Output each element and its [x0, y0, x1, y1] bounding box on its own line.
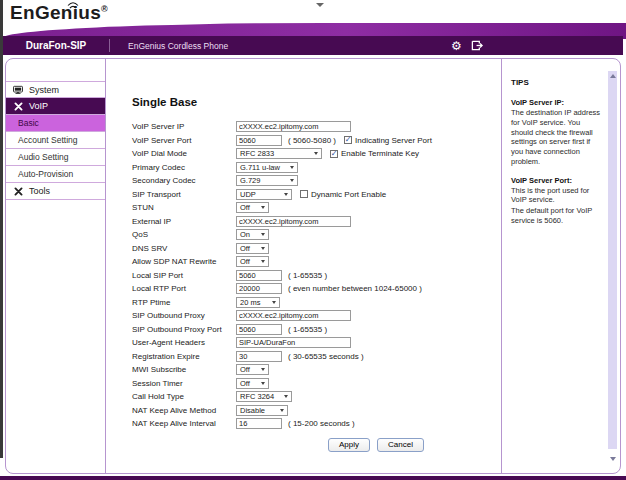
apply-button[interactable]: Apply [328, 438, 370, 452]
field-label: Primary Codec [132, 163, 236, 172]
page-title: Single Base [132, 96, 501, 108]
field-row-voip-server-port: VoIP Server Port( 5060-5080 )✓Indicating… [132, 134, 501, 148]
chevron-down-icon [261, 247, 265, 250]
logout-icon[interactable] [471, 40, 483, 51]
allow-sdp-nat-rewrite-select[interactable]: Off [236, 256, 269, 267]
tip-line: This is the port used for VoIP service. [511, 186, 604, 206]
chevron-down-icon [272, 301, 276, 304]
bottom-accent-bar [0, 476, 626, 480]
select-value: 20 ms [240, 298, 260, 307]
tip-line: The default port for VoIP service is 506… [511, 206, 604, 226]
select-value: RFC 3264 [240, 392, 274, 401]
select-value: Off [240, 257, 250, 266]
registered-mark: ® [101, 4, 108, 14]
sidebar-item-basic[interactable]: Basic [6, 115, 105, 132]
call-hold-type-select[interactable]: RFC 3264 [236, 391, 292, 402]
qos-select[interactable]: On [236, 229, 269, 240]
select-value: UDP [240, 190, 256, 199]
voip-dial-mode-select[interactable]: RFC 2833 [236, 148, 322, 159]
field-label: NAT Keep Alive Method [132, 406, 236, 415]
user-agent-headers-input[interactable] [236, 337, 351, 348]
sidebar-item-audio-setting[interactable]: Audio Setting [6, 149, 105, 166]
chevron-down-icon [261, 233, 265, 236]
content-frame: SystemVoIPBasicAccount SettingAudio Sett… [5, 58, 621, 474]
tip-line: The destination IP address for VoIP serv… [511, 108, 604, 167]
sip-transport-select[interactable]: UDP [236, 189, 292, 200]
field-row-user-agent-headers: User-Agent Headers [132, 336, 501, 350]
sidebar-item-label: Tools [29, 186, 50, 196]
collapse-chevron-icon[interactable] [316, 3, 324, 7]
primary-codec-select[interactable]: G.711 u-law [236, 162, 298, 173]
sidebar-item-account-setting[interactable]: Account Setting [6, 132, 105, 149]
field-row-mwi-subscribe: MWI SubscribeOff [132, 363, 501, 377]
external-ip-input[interactable] [236, 216, 351, 227]
registration-expire-input[interactable] [236, 351, 282, 362]
select-value: Off [240, 244, 250, 253]
chevron-down-icon [284, 395, 288, 398]
secondary-codec-select[interactable]: G.729 [236, 175, 298, 186]
rtp-ptime-select[interactable]: 20 ms [236, 297, 280, 308]
select-value: On [240, 230, 250, 239]
sidebar-item-label: Basic [18, 118, 39, 128]
checkbox-label: Dynamic Port Enable [311, 190, 386, 199]
field-label: Secondary Codec [132, 176, 236, 185]
sidebar-item-label: Account Setting [18, 135, 78, 145]
sidebar-item-label: Auto-Provision [18, 169, 73, 179]
field-row-qos: QoSOn [132, 228, 501, 242]
field-hint: ( 1-65535 ) [288, 271, 327, 280]
sidebar-item-auto-provision[interactable]: Auto-Provision [6, 166, 105, 183]
settings-form: VoIP Server IPVoIP Server Port( 5060-508… [132, 120, 501, 431]
main-panel: Single Base VoIP Server IPVoIP Server Po… [106, 59, 501, 473]
sip-outbound-proxy-input[interactable] [236, 310, 351, 321]
field-label: Session Timer [132, 379, 236, 388]
field-row-secondary-codec: Secondary CodecG.729 [132, 174, 501, 188]
field-row-dns-srv: DNS SRVOff [132, 242, 501, 256]
field-row-stun: STUNOff [132, 201, 501, 215]
form-buttons: Apply Cancel [328, 438, 501, 452]
field-hint: ( 5060-5080 ) [288, 136, 336, 145]
mwi-subscribe-select[interactable]: Off [236, 364, 269, 375]
field-row-voip-server-ip: VoIP Server IP [132, 120, 501, 134]
tip-heading: VoIP Server IP: [511, 98, 604, 107]
sip-outbound-proxy-port-input[interactable] [236, 324, 282, 335]
sidebar-item-voip[interactable]: VoIP [6, 98, 105, 115]
field-row-local-sip-port: Local SIP Port( 1-65535 ) [132, 269, 501, 283]
engenius-logo: EnGenius® [10, 2, 108, 24]
tips-panel: TIPS VoIP Server IP:The destination IP a… [501, 59, 620, 473]
tips-scrollbar[interactable] [608, 71, 617, 449]
scroll-up-icon[interactable] [610, 74, 616, 78]
local-sip-port-input[interactable] [236, 270, 282, 281]
settings-gear-icon[interactable]: ⚙ [451, 40, 462, 52]
field-label: User-Agent Headers [132, 338, 236, 347]
cancel-button[interactable]: Cancel [377, 438, 424, 452]
field-label: QoS [132, 230, 236, 239]
chevron-down-icon [314, 152, 318, 155]
field-label: Call Hold Type [132, 392, 236, 401]
tip-section-voip-server-ip: VoIP Server IP:The destination IP addres… [511, 98, 604, 167]
tip-heading: VoIP Server Port: [511, 176, 604, 185]
dynamic-port-enable-checkbox[interactable] [300, 190, 308, 198]
field-label: MWI Subscribe [132, 365, 236, 374]
sidebar-item-system[interactable]: System [6, 81, 105, 98]
indicating-server-port-checkbox-group: ✓Indicating Server Port [344, 136, 432, 145]
field-label: VoIP Dial Mode [132, 149, 236, 158]
scroll-down-icon[interactable] [610, 457, 616, 461]
voip-server-port-input[interactable] [236, 135, 282, 146]
dns-srv-select[interactable]: Off [236, 243, 269, 254]
field-label: DNS SRV [132, 244, 236, 253]
wifi-arcs-icon [65, 1, 81, 9]
nat-keep-alive-interval-input[interactable] [236, 418, 282, 429]
nat-keep-alive-method-select[interactable]: Disable [236, 405, 288, 416]
session-timer-select[interactable]: Off [236, 378, 269, 389]
select-value: G.729 [240, 176, 260, 185]
chevron-down-icon [261, 382, 265, 385]
tools-icon [13, 102, 23, 111]
sidebar-item-tools[interactable]: Tools [6, 183, 105, 200]
stun-select[interactable]: Off [236, 202, 269, 213]
enable-terminate-key-checkbox[interactable]: ✓ [330, 150, 338, 158]
indicating-server-port-checkbox[interactable]: ✓ [344, 136, 352, 144]
field-row-voip-dial-mode: VoIP Dial ModeRFC 2833✓Enable Terminate … [132, 147, 501, 161]
local-rtp-port-input[interactable] [236, 283, 282, 294]
field-label: Local RTP Port [132, 284, 236, 293]
voip-server-ip-input[interactable] [236, 121, 351, 132]
